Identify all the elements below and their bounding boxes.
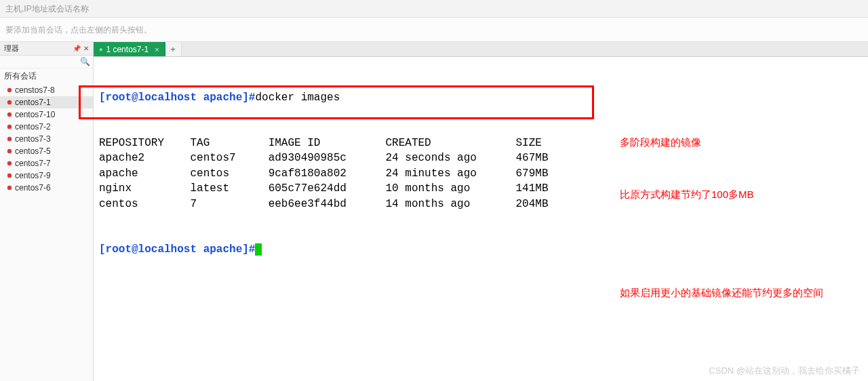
sidebar-item-label: centos7-3 (15, 134, 51, 144)
tab-bar: ● 1 centos7-1 × + (94, 42, 868, 57)
sidebar-item-label: centos7-10 (15, 110, 55, 119)
hint-text: 要添加当前会话，点击左侧的箭头按钮。 (5, 25, 152, 35)
sidebar-item[interactable]: centos7-6 (0, 182, 93, 194)
session-status-icon (7, 124, 12, 129)
pin-icon[interactable]: 📌 (73, 45, 81, 52)
sidebar-title: 理器 (4, 43, 19, 54)
session-status-icon (7, 148, 12, 154)
tab-status-icon: ● (99, 46, 102, 53)
annotation-line: 比原方式构建节约了100多MB (620, 186, 864, 203)
session-status-icon (7, 112, 12, 117)
tab-active[interactable]: ● 1 centos7-1 × (94, 42, 165, 56)
svg-point-8 (7, 186, 12, 190)
terminal[interactable]: [root@localhost apache]#docker images RE… (94, 57, 868, 381)
tab-add-button[interactable]: + (165, 42, 182, 56)
cursor (255, 243, 262, 256)
svg-point-0 (7, 88, 12, 92)
tab-label: 1 centos7-1 (106, 45, 149, 54)
sidebar-item-label: centos7-1 (15, 98, 51, 107)
sidebar-item[interactable]: centos7-7 (0, 157, 93, 169)
watermark: CSDN @站在这别动，我去给你买橘子 (709, 365, 860, 377)
session-status-icon (7, 100, 12, 105)
svg-point-6 (7, 161, 12, 165)
annotation-block: 多阶段构建的镜像 比原方式构建节约了100多MB 如果启用更小的基础镜像还能节约… (620, 99, 864, 336)
search-icon: 🔍 (80, 57, 90, 66)
sidebar-item-label: centos7-6 (15, 183, 51, 193)
address-bar[interactable]: 主机,IP地址或会话名称 (0, 0, 868, 18)
session-status-icon (7, 185, 12, 190)
sidebar-item[interactable]: centos7-9 (0, 169, 93, 182)
sidebar-search[interactable]: 🔍 (0, 56, 93, 68)
sidebar-item[interactable]: centos7-2 (0, 121, 93, 133)
session-status-icon (7, 173, 12, 178)
sidebar-item-label: centos7-2 (15, 122, 51, 132)
svg-point-3 (7, 125, 12, 129)
annotation-line: 多阶段构建的镜像 (620, 134, 864, 151)
sidebar-item[interactable]: centos7-10 (0, 108, 93, 121)
prompt: [root@localhost apache]# (99, 92, 255, 104)
sidebar-header: 理器 📌 ✕ (0, 42, 93, 56)
sidebar-item-label: centos7-9 (15, 171, 51, 180)
svg-point-2 (7, 113, 12, 117)
sidebar-item-label: censtos7-8 (15, 85, 55, 95)
sidebar-item[interactable]: centos7-3 (0, 133, 93, 145)
sidebar-item-label: centos7-7 (15, 159, 51, 168)
sidebar-item[interactable]: centos7-5 (0, 145, 93, 157)
sidebar-item[interactable]: censtos7-8 (0, 84, 93, 96)
command: docker images (255, 92, 340, 104)
sidebar-item-label: centos7-5 (15, 146, 51, 156)
svg-point-5 (7, 149, 12, 153)
address-placeholder: 主机,IP地址或会话名称 (5, 4, 89, 14)
session-group-label: 所有会话 (0, 68, 93, 84)
svg-point-7 (7, 174, 12, 178)
session-status-icon (7, 161, 12, 166)
session-sidebar: 理器 📌 ✕ 🔍 所有会话 censtos7-8centos7-1centos7… (0, 42, 94, 381)
content-area: ● 1 centos7-1 × + [root@localhost apache… (94, 42, 868, 381)
session-list: censtos7-8centos7-1centos7-10centos7-2ce… (0, 84, 93, 194)
tab-close-icon[interactable]: × (152, 45, 159, 54)
close-icon[interactable]: ✕ (83, 45, 89, 52)
session-status-icon (7, 136, 12, 142)
svg-point-4 (7, 137, 12, 141)
hint-bar: 要添加当前会话，点击左侧的箭头按钮。 (0, 18, 868, 42)
prompt: [root@localhost apache]# (99, 243, 255, 256)
annotation-line: 如果启用更小的基础镜像还能节约更多的空间 (620, 284, 864, 302)
session-status-icon (7, 87, 12, 93)
sidebar-item[interactable]: centos7-1 (0, 96, 93, 108)
svg-point-1 (7, 100, 12, 104)
